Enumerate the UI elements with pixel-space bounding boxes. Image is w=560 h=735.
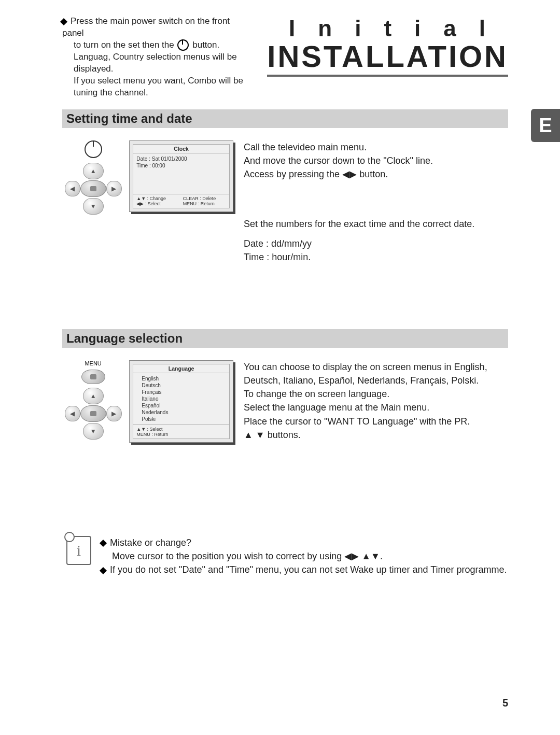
note-block: i Mistake or change? Move cursor to the …: [62, 536, 508, 576]
section-heading-time-date: Setting time and date: [62, 109, 508, 128]
s2-l2: To change the on screen language.: [244, 387, 508, 401]
intro-line1c: button.: [192, 40, 219, 50]
note-l2a: Move cursor to the position you wish to …: [112, 551, 342, 561]
bullet-icon: [100, 567, 107, 574]
dpad-down-icon: ▼: [83, 423, 104, 440]
info-icon: i: [66, 536, 91, 565]
s1-p2-l3: Time : hour/min.: [244, 250, 508, 264]
s2-l3: Select the language menu at the Main men…: [244, 401, 508, 414]
lang-item: Nederlands: [142, 409, 226, 416]
s1-p2-l2: Date : dd/mm/yy: [244, 237, 508, 250]
intro-line3: If you select menu you want, Combo will …: [74, 75, 249, 99]
power-icon: [177, 39, 189, 51]
s1-l1: Call the televideo main menu.: [244, 140, 508, 154]
s1-l3c: button.: [359, 169, 388, 179]
dpad-left-icon: ◀: [65, 406, 80, 421]
remote-dpad-menu: MENU ▲ ◀ ▶ ▼: [62, 360, 124, 440]
s1-l2: And move the cursor down to the "Clock" …: [244, 154, 508, 167]
bullet-icon: [100, 540, 107, 547]
intro-line1b: to turn on the set then the: [74, 40, 174, 50]
note-l3: If you do not set "Date" and "Time" menu…: [110, 564, 507, 575]
left-right-icon: ◀▶: [342, 169, 357, 179]
title-small: Initial: [267, 16, 508, 41]
lang-item: Français: [142, 389, 226, 395]
osd-clock-title: Clock: [133, 145, 229, 153]
menu-button-icon: [81, 370, 105, 384]
dpad-center-icon: [80, 405, 106, 422]
osd-foot-select: ◀▶ : Select: [136, 201, 179, 206]
s2-l5b: buttons.: [268, 430, 301, 440]
up-down-icon: ▲ ▼: [244, 430, 265, 440]
section1-text: Call the televideo main menu. And move t…: [244, 140, 508, 264]
arrows-icon: ◀▶ ▲▼: [344, 551, 380, 561]
osd-foot-return: MENU : Return: [136, 432, 226, 437]
page-title: Initial INSTALLATION: [267, 16, 508, 77]
title-big: INSTALLATION: [267, 41, 508, 72]
page-number: 5: [502, 697, 508, 709]
dpad-down-icon: ▼: [83, 198, 104, 215]
intro-line1a: Press the main power switch on the front…: [62, 16, 230, 38]
osd-foot-return: MENU : Return: [183, 201, 226, 206]
intro-text: Press the main power switch on the front…: [62, 16, 251, 99]
note-l1: Mistake or change?: [110, 538, 191, 548]
section2-text: You can choose to display the on screen …: [244, 360, 508, 442]
note-l2c: .: [380, 551, 383, 561]
lang-item: Deutsch: [142, 382, 226, 389]
s1-p2-l1: Set the numbers for the exact time and t…: [244, 217, 508, 231]
lang-item: Polski: [142, 416, 226, 422]
lang-item: Español: [142, 402, 226, 409]
title-underline: [267, 75, 508, 77]
section-heading-language: Language selection: [62, 329, 508, 348]
osd-clock-date: Date : Sat 01/01/2000: [136, 156, 226, 162]
dpad-left-icon: ◀: [65, 181, 80, 196]
osd-language-title: Language: [133, 364, 229, 373]
lang-item: English: [142, 375, 226, 382]
menu-label: MENU: [85, 360, 101, 366]
section-side-tab: E: [531, 109, 560, 142]
dpad-right-icon: ▶: [106, 181, 122, 196]
osd-foot-select: ▲▼ : Select: [136, 427, 226, 432]
osd-language: Language English Deutsch Français Italia…: [129, 360, 233, 443]
osd-clock-time: Time : 00:00: [136, 162, 226, 169]
remote-dpad: ▲ ◀ ▶ ▼: [62, 140, 124, 215]
lang-item: Italiano: [142, 395, 226, 402]
s1-l3a: Access by pressing the: [244, 169, 340, 179]
osd-foot-change: ▲▼ : Change: [136, 196, 179, 201]
dpad-up-icon: ▲: [83, 163, 104, 179]
intro-line2: Languag, Country selection menus will be…: [74, 51, 249, 75]
power-button-icon: [85, 140, 102, 158]
osd-foot-delete: CLEAR : Delete: [183, 196, 226, 201]
bullet-icon: [60, 18, 67, 25]
dpad-center-icon: [80, 180, 106, 197]
s2-l4: Place the cursor to "WANT TO Language" w…: [244, 415, 508, 428]
dpad-right-icon: ▶: [106, 406, 122, 421]
dpad-up-icon: ▲: [83, 388, 104, 404]
s2-l1: You can choose to display the on screen …: [244, 360, 508, 387]
osd-clock: Clock Date : Sat 01/01/2000 Time : 00:00…: [129, 140, 233, 212]
